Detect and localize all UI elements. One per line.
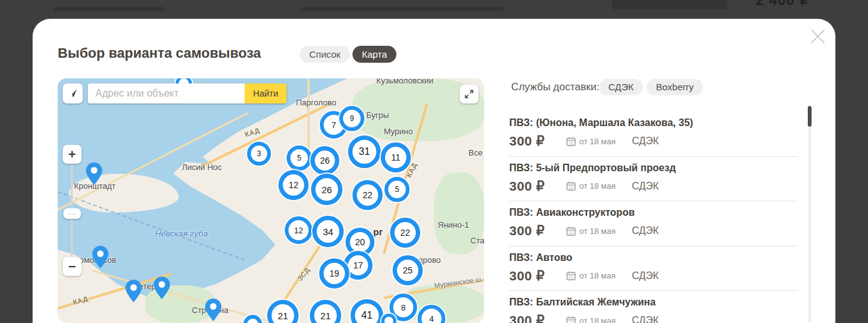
zoom-slider-handle[interactable]: ∙∙∙∙ [63, 208, 81, 219]
pickup-price: 300 ₽ [509, 268, 545, 283]
service-chip[interactable]: Boxberry [647, 79, 703, 95]
search-button[interactable]: Найти [245, 83, 287, 103]
pickup-meta: 300 ₽от 18 маяСДЭК [509, 179, 798, 194]
map-cluster-marker[interactable]: 3 [247, 142, 271, 166]
road-label: ЗСД [296, 266, 311, 282]
map-marker[interactable] [243, 315, 262, 323]
pickup-meta: 300 ₽от 18 маяСДЭК [509, 268, 798, 283]
pickup-price: 300 ₽ [509, 134, 545, 149]
map-place-label: Янино-1 [438, 220, 469, 230]
map-cluster-marker[interactable]: 26 [311, 174, 342, 205]
map-cluster-marker[interactable]: 31 [348, 135, 381, 168]
map-place-label: Мурино [384, 127, 413, 136]
pickup-item[interactable]: ПВЗ: (Юнона, Маршала Казакова, 35)300 ₽о… [509, 112, 798, 157]
map-cluster-marker[interactable]: 22 [390, 218, 420, 248]
ghost-nav-text [53, 7, 165, 11]
search-input[interactable] [88, 83, 245, 103]
pickup-item[interactable]: ПВЗ: Автово300 ₽от 18 маяСДЭК [509, 246, 798, 292]
map-cluster-marker[interactable]: 41 [351, 299, 383, 323]
page-title: Выбор варианта самовывоза [58, 45, 261, 61]
pickup-service: СДЭК [632, 135, 659, 147]
map-canvas[interactable]: Найти + ∙∙∙∙ − КузьмоловскийПарголовоБуг… [58, 78, 484, 323]
pickup-modal: Выбор варианта самовывоза Список Карта [33, 19, 835, 323]
map-pin-marker[interactable] [125, 280, 142, 305]
close-icon[interactable] [808, 26, 828, 46]
pickup-service: СДЭК [632, 181, 659, 192]
pickup-meta: 300 ₽от 18 маяСДЭК [509, 223, 798, 238]
pickup-price: 300 ₽ [509, 223, 545, 238]
map-cluster-marker[interactable]: 19 [319, 258, 349, 289]
calendar-icon [566, 271, 576, 280]
map-pin-marker[interactable] [205, 299, 221, 323]
calendar-icon [566, 226, 576, 236]
pickup-date: от 18 мая [580, 137, 616, 146]
map-cluster-marker[interactable]: 21 [310, 300, 341, 323]
services-label: Службы доставки: [511, 81, 599, 93]
pickup-date: от 18 мая [580, 316, 616, 323]
map-pin-marker[interactable] [86, 162, 102, 188]
pickup-list: ПВЗ: (Юнона, Маршала Казакова, 35)300 ₽о… [509, 112, 798, 323]
cart-total-ghost: 2 400 ₽ [756, 0, 810, 9]
map-place-label: рг [373, 226, 383, 237]
map-pin-marker[interactable] [154, 277, 170, 302]
tab-list[interactable]: Список [300, 46, 350, 63]
map-cluster-marker[interactable]: 25 [393, 255, 423, 285]
water-label: Невская губа [155, 229, 208, 238]
scrollbar-track[interactable] [808, 105, 811, 323]
map-place-label: Лисий Нос [182, 162, 222, 172]
pickup-title: ПВЗ: (Юнона, Маршала Казакова, 35) [509, 117, 798, 129]
ghost-header-block [611, 0, 728, 9]
map-pin-marker[interactable] [92, 246, 109, 271]
map-cluster-marker[interactable]: 11 [381, 142, 411, 172]
map-place-label: Ста [470, 236, 484, 245]
map-place-label: Бугры [366, 110, 389, 120]
pickup-title: ПВЗ: Автово [509, 252, 798, 263]
zoom-in-button[interactable]: + [63, 145, 82, 164]
geolocate-arrow-icon [68, 88, 78, 98]
map-cluster-marker[interactable]: 34 [312, 216, 344, 247]
road-line [307, 78, 310, 160]
ghost-nav-text [300, 7, 504, 11]
fullscreen-button[interactable] [460, 85, 479, 103]
pickup-title: ПВЗ: Авиаконструкторов [509, 207, 798, 218]
pickup-item[interactable]: ПВЗ: Авиаконструкторов300 ₽от 18 маяСДЭК [509, 201, 798, 246]
pickup-service: СДЭК [632, 225, 659, 236]
scrollbar-thumb[interactable] [808, 106, 812, 127]
map-search-bar: Найти [88, 83, 287, 103]
pickup-meta: 300 ₽от 18 маяСДЭК [509, 134, 798, 149]
pickup-price: 300 ₽ [509, 313, 545, 323]
tab-map[interactable]: Карта [352, 46, 396, 63]
map-cluster-marker[interactable]: 12 [278, 170, 309, 200]
service-chip[interactable]: СДЭК [599, 79, 643, 95]
road-label: КАД [72, 295, 89, 306]
pickup-date: от 18 мая [580, 271, 616, 280]
pickup-price: 300 ₽ [509, 179, 545, 194]
map-cluster-marker[interactable]: 12 [285, 216, 312, 244]
zoom-out-button[interactable]: − [63, 257, 82, 276]
geolocate-button[interactable] [63, 83, 83, 103]
page: 2 400 ₽ Выбор варианта самовывоза Список… [0, 0, 868, 323]
pickup-meta: 300 ₽от 18 маяСДЭК [509, 313, 798, 323]
map-place-label: Кузьмоловский [376, 78, 433, 85]
map-cluster-marker[interactable]: 9 [339, 106, 364, 131]
pickup-service: СДЭК [632, 315, 659, 323]
pickup-title: ПВЗ: Балтийская Жемчужина [509, 297, 798, 308]
map-place-label: Все [468, 148, 482, 157]
map-place-label: Парголово [296, 98, 336, 107]
map-cluster-marker[interactable]: 21 [267, 300, 299, 323]
pickup-title: ПВЗ: 5-ый Предпортовый проезд [509, 162, 798, 174]
map-cluster-marker[interactable]: 22 [352, 180, 383, 210]
pickup-item[interactable]: ПВЗ: 5-ый Предпортовый проезд300 ₽от 18 … [509, 157, 798, 202]
map-cluster-marker[interactable]: 5 [384, 177, 410, 202]
map-cluster-marker[interactable]: 5 [287, 146, 312, 171]
pickup-date: от 18 мая [580, 181, 616, 191]
pickup-date: от 18 мая [580, 226, 616, 236]
map-cluster-marker[interactable]: 26 [310, 146, 339, 175]
calendar-icon [566, 316, 576, 323]
pickup-service: СДЭК [632, 270, 659, 282]
calendar-icon [566, 137, 576, 146]
calendar-icon [566, 181, 576, 191]
pickup-item[interactable]: ПВЗ: Балтийская Жемчужина300 ₽от 18 маяС… [509, 291, 798, 323]
expand-icon [465, 90, 474, 98]
